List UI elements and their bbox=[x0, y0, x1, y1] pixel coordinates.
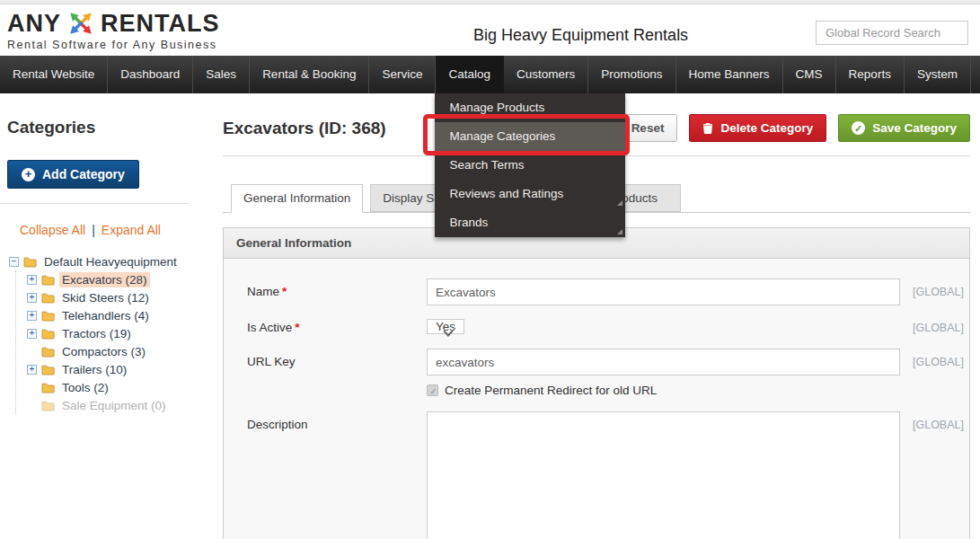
nav-item-label: System bbox=[917, 67, 958, 81]
required-asterisk: * bbox=[295, 321, 299, 334]
tree-item-trailers[interactable]: Trailers (10) bbox=[16, 360, 223, 378]
tree-item-label: Excavators (28) bbox=[59, 272, 150, 287]
tree-item-telehandlers[interactable]: Telehandlers (4) bbox=[16, 306, 223, 324]
tree-item-label: Sale Equipment (0) bbox=[59, 398, 169, 413]
tree-item-label: Default Heavyequipment bbox=[41, 254, 180, 270]
main-nav: Rental Website Dashboard Sales Rental & … bbox=[0, 56, 980, 93]
nav-item-label: Sales bbox=[206, 67, 236, 81]
redirect-checkbox-label: Create Permanent Redirect for old URL bbox=[445, 384, 657, 397]
tree-item-sale-equipment[interactable]: Sale Equipment (0) bbox=[16, 396, 223, 414]
expand-node-icon[interactable] bbox=[27, 275, 37, 285]
nav-item-service[interactable]: Service bbox=[369, 56, 436, 93]
nav-item-label: Dashboard bbox=[120, 67, 180, 81]
menu-item-brands[interactable]: Brands bbox=[435, 208, 625, 237]
nav-item-label: Rental Website bbox=[13, 67, 94, 81]
header: ANY RENTALS Rental Software for Any Busi… bbox=[0, 4, 980, 56]
tree-item-compactors[interactable]: Compactors (3) bbox=[16, 342, 223, 360]
links-separator: | bbox=[85, 223, 102, 237]
expand-node-icon[interactable] bbox=[27, 311, 37, 321]
scope-label: [GLOBAL] bbox=[913, 314, 964, 334]
sidebar-divider bbox=[0, 203, 189, 204]
nav-item-system[interactable]: System bbox=[905, 56, 971, 93]
scope-label: [GLOBAL] bbox=[913, 349, 964, 368]
nav-item-home-banners[interactable]: Home Banners bbox=[676, 56, 783, 93]
folder-icon bbox=[41, 328, 55, 340]
catalog-dropdown-menu: Manage Products Manage Categories Search… bbox=[435, 93, 625, 237]
logo-tagline: Rental Software for Any Business bbox=[7, 39, 220, 51]
logo-x-arrows-icon bbox=[66, 9, 95, 38]
nav-item-rental-website[interactable]: Rental Website bbox=[0, 56, 108, 93]
tree-item-tools[interactable]: Tools (2) bbox=[16, 378, 223, 396]
global-record-search-input[interactable] bbox=[816, 21, 968, 45]
sidebar-title: Categories bbox=[7, 118, 223, 137]
add-category-button[interactable]: Add Category bbox=[7, 160, 139, 189]
nav-item-promotions[interactable]: Promotions bbox=[588, 56, 675, 93]
expand-node-icon[interactable] bbox=[27, 329, 37, 339]
description-textarea[interactable] bbox=[427, 411, 900, 539]
tree-item-skid-steers[interactable]: Skid Steers (12) bbox=[16, 288, 223, 306]
folder-icon bbox=[41, 364, 55, 376]
is-active-field-label: Is Active* bbox=[247, 314, 427, 334]
store-title: Big Heavy Equipment Rentals bbox=[473, 26, 688, 45]
expand-all-link[interactable]: Expand All bbox=[102, 223, 161, 237]
name-field-label: Name* bbox=[247, 278, 427, 298]
redirect-checkbox[interactable] bbox=[427, 384, 438, 396]
nav-item-label: Home Banners bbox=[689, 67, 770, 81]
nav-item-label: Catalog bbox=[448, 67, 490, 81]
tab-general-information[interactable]: General Information bbox=[231, 184, 363, 213]
save-category-button[interactable]: Save Category bbox=[838, 114, 970, 142]
nav-item-label: Reports bbox=[849, 67, 891, 81]
tree-item-label: Tools (2) bbox=[59, 380, 111, 395]
nav-item-label: Service bbox=[382, 67, 422, 81]
delete-category-button[interactable]: Delete Category bbox=[689, 114, 826, 142]
menu-item-search-terms[interactable]: Search Terms bbox=[435, 151, 625, 180]
expand-node-icon[interactable] bbox=[27, 365, 37, 375]
nav-item-cms[interactable]: CMS bbox=[783, 56, 836, 93]
folder-icon bbox=[41, 400, 55, 411]
tree-item-default-heavyequipment[interactable]: Default Heavyequipment bbox=[9, 252, 223, 270]
category-tree: Default Heavyequipment Excavators (28) S… bbox=[9, 252, 223, 414]
menu-item-reviews-and-ratings[interactable]: Reviews and Ratings bbox=[435, 180, 625, 208]
nav-item-reports[interactable]: Reports bbox=[836, 56, 905, 93]
delete-category-label: Delete Category bbox=[720, 121, 813, 135]
collapse-all-link[interactable]: Collapse All bbox=[20, 223, 85, 237]
folder-icon bbox=[41, 310, 55, 322]
tree-item-label: Tractors (19) bbox=[59, 326, 134, 341]
is-active-select[interactable]: Yes bbox=[427, 319, 464, 334]
folder-icon bbox=[41, 274, 55, 286]
page-title: Excavators (ID: 368) bbox=[223, 119, 386, 138]
nav-item-sales[interactable]: Sales bbox=[193, 56, 250, 93]
nav-item-label: Customers bbox=[516, 67, 575, 81]
expand-node-icon[interactable] bbox=[27, 293, 37, 303]
plus-icon bbox=[22, 168, 35, 181]
description-field-label: Description bbox=[247, 411, 427, 431]
check-circle-icon bbox=[852, 121, 865, 135]
nav-item-customers[interactable]: Customers bbox=[504, 56, 588, 93]
general-information-panel: General Information Name* [GLOBAL] Is Ac… bbox=[223, 227, 970, 539]
name-input[interactable] bbox=[427, 278, 900, 305]
nav-item-rental-booking[interactable]: Rental & Booking bbox=[250, 56, 369, 93]
logo: ANY RENTALS Rental Software for Any Busi… bbox=[7, 9, 220, 51]
logo-text-any: ANY bbox=[7, 10, 61, 38]
categories-sidebar: Categories Add Category Collapse All|Exp… bbox=[0, 93, 223, 538]
folder-icon bbox=[41, 346, 55, 358]
tree-item-label: Telehandlers (4) bbox=[59, 308, 152, 323]
url-key-input[interactable] bbox=[427, 349, 900, 376]
tree-item-label: Trailers (10) bbox=[59, 362, 129, 377]
folder-icon bbox=[41, 382, 55, 393]
menu-item-manage-products[interactable]: Manage Products bbox=[435, 93, 625, 122]
nav-item-label: Rental & Booking bbox=[262, 67, 356, 81]
tree-item-tractors[interactable]: Tractors (19) bbox=[16, 324, 223, 342]
nav-item-label: Promotions bbox=[601, 67, 662, 81]
scope-label: [GLOBAL] bbox=[913, 278, 964, 298]
tree-item-label: Skid Steers (12) bbox=[59, 290, 152, 305]
url-key-field-label: URL Key bbox=[247, 349, 427, 368]
nav-item-dashboard[interactable]: Dashboard bbox=[108, 56, 193, 93]
logo-text-rentals: RENTALS bbox=[101, 10, 220, 38]
menu-item-manage-categories[interactable]: Manage Categories bbox=[435, 122, 625, 151]
tree-item-excavators[interactable]: Excavators (28) bbox=[16, 270, 223, 288]
add-category-label: Add Category bbox=[42, 167, 125, 181]
nav-item-catalog[interactable]: Catalog Manage Products Manage Categorie… bbox=[436, 56, 504, 93]
collapse-node-icon[interactable] bbox=[9, 257, 19, 267]
reset-button[interactable]: Reset bbox=[618, 114, 678, 142]
